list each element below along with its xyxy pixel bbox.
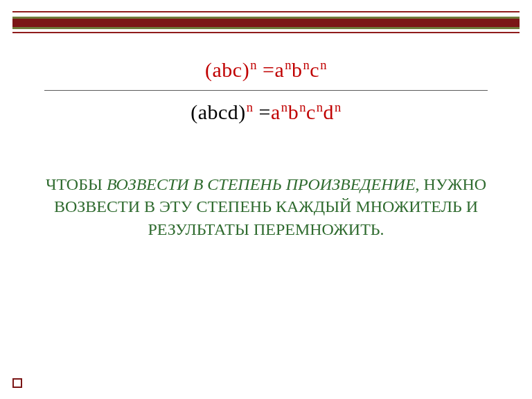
divider-line bbox=[44, 90, 488, 91]
formula-block: (abc)n =anbncn (abcd)n =anbncndn bbox=[0, 55, 532, 127]
f1-eq: = bbox=[257, 58, 274, 81]
f2-rb-n: n bbox=[299, 100, 306, 114]
accent-square-icon bbox=[12, 378, 22, 388]
formula-1: (abc)n =anbncn bbox=[0, 55, 532, 85]
f2-rc-n: n bbox=[316, 100, 323, 114]
f1-rb-n: n bbox=[303, 57, 310, 72]
f2-eq: = bbox=[254, 100, 271, 123]
rule-part1: ЧТОБЫ bbox=[46, 175, 107, 193]
f2-ra-n: n bbox=[281, 100, 288, 114]
f2-a: a bbox=[198, 100, 208, 123]
f2-rc: c bbox=[306, 100, 316, 123]
f2-rd: d bbox=[323, 100, 335, 123]
f2-lparen: ( bbox=[190, 100, 198, 123]
f2-rparen: ) bbox=[238, 100, 246, 123]
f2-b: b bbox=[207, 100, 218, 123]
f1-ra-n: n bbox=[284, 57, 292, 72]
rule-text: ЧТОБЫ ВОЗВЕСТИ В СТЕПЕНЬ ПРОИЗВЕДЕНИЕ, Н… bbox=[33, 173, 499, 240]
formula-2: (abcd)n =anbncndn bbox=[0, 98, 532, 127]
f1-exp-n: n bbox=[249, 57, 257, 72]
f2-exp-n: n bbox=[246, 100, 254, 114]
f1-rc: c bbox=[310, 58, 319, 81]
f1-ra: a bbox=[274, 58, 284, 81]
f2-d: d bbox=[228, 100, 239, 123]
rule-emph: ВОЗВЕСТИ В СТЕПЕНЬ ПРОИЗВЕДЕНИЕ bbox=[107, 175, 416, 193]
f2-c: c bbox=[218, 100, 228, 123]
top-line bbox=[12, 11, 520, 12]
f1-rparen: ) bbox=[242, 58, 250, 81]
top-decoration bbox=[12, 11, 520, 33]
f1-b: b bbox=[222, 58, 233, 81]
f1-lparen: ( bbox=[205, 58, 213, 81]
f2-ra: a bbox=[271, 100, 281, 123]
top-band-red bbox=[12, 19, 520, 27]
f1-rb: b bbox=[292, 58, 303, 81]
f1-a: a bbox=[213, 58, 222, 81]
f2-rb: b bbox=[288, 100, 299, 123]
top-line-2 bbox=[12, 32, 520, 33]
slide: (abc)n =anbncn (abcd)n =anbncndn ЧТОБЫ В… bbox=[0, 0, 532, 399]
f1-c: c bbox=[233, 58, 242, 81]
f1-rc-n: n bbox=[319, 57, 327, 72]
top-band bbox=[12, 17, 520, 29]
f2-rd-n: n bbox=[334, 100, 342, 114]
